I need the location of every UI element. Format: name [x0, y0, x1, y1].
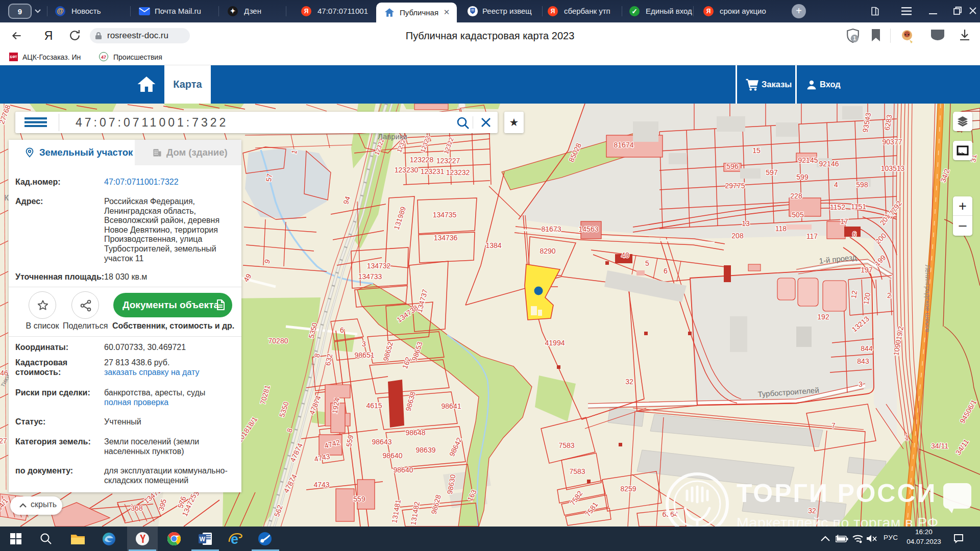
svg-text:208: 208 — [731, 232, 744, 240]
svg-text:134735: 134735 — [433, 211, 457, 219]
svg-text:123228: 123228 — [410, 156, 434, 164]
svg-text:134733: 134733 — [358, 272, 382, 281]
svg-text:134736: 134736 — [434, 234, 458, 242]
svg-text:1: 1 — [853, 35, 856, 41]
svg-text:123227: 123227 — [436, 157, 460, 165]
svg-text:92146: 92146 — [819, 160, 839, 168]
svg-text:3: 3 — [859, 380, 863, 388]
svg-text:1: 1 — [905, 434, 909, 442]
svg-text:14563: 14563 — [579, 225, 599, 233]
svg-text:368: 368 — [131, 504, 143, 512]
svg-text:41994: 41994 — [545, 339, 565, 347]
svg-text:57: 57 — [264, 173, 274, 182]
svg-text:117: 117 — [806, 232, 818, 240]
svg-text:597: 597 — [766, 168, 778, 177]
svg-text:40: 40 — [621, 251, 629, 259]
svg-text:90377: 90377 — [883, 138, 902, 146]
svg-text:70280: 70280 — [268, 337, 288, 345]
svg-text:92145: 92145 — [798, 156, 818, 164]
svg-text:123232: 123232 — [446, 168, 470, 177]
svg-text:2: 2 — [887, 291, 891, 299]
svg-text:4743: 4743 — [313, 481, 329, 489]
svg-text:228: 228 — [790, 192, 802, 200]
svg-text:123231: 123231 — [421, 167, 445, 176]
svg-text:103513: 103513 — [881, 164, 905, 172]
svg-text:505: 505 — [792, 211, 804, 219]
svg-text:118: 118 — [775, 224, 787, 233]
svg-text:1152: 1152 — [830, 203, 845, 211]
svg-text:81673: 81673 — [542, 225, 561, 233]
svg-text:98648: 98648 — [406, 429, 426, 437]
svg-text:5: 5 — [645, 259, 649, 267]
svg-text:34/11: 34/11 — [931, 442, 948, 450]
svg-text:598: 598 — [856, 181, 868, 189]
svg-text:W: W — [200, 536, 206, 543]
svg-text:6364: 6364 — [662, 510, 678, 518]
svg-text:192: 192 — [817, 313, 829, 321]
svg-text:98641: 98641 — [442, 402, 461, 410]
svg-text:Ленинградское шоссе: Ленинградское шоссе — [924, 265, 932, 332]
svg-text:1151: 1151 — [851, 203, 866, 211]
svg-text:6: 6 — [340, 326, 344, 334]
svg-text:29775: 29775 — [725, 182, 745, 190]
svg-text:98651: 98651 — [355, 351, 375, 359]
svg-text:8259: 8259 — [620, 485, 636, 493]
svg-text:12: 12 — [849, 290, 859, 299]
svg-text:7583: 7583 — [558, 441, 574, 449]
svg-text:81674: 81674 — [614, 141, 634, 149]
svg-text:559: 559 — [353, 495, 365, 503]
svg-text:3: 3 — [362, 340, 366, 348]
svg-text:599: 599 — [796, 173, 808, 181]
svg-text:123230: 123230 — [395, 166, 419, 174]
svg-text:596: 596 — [726, 162, 739, 170]
svg-text:844: 844 — [861, 344, 873, 353]
svg-text:98643: 98643 — [372, 438, 392, 446]
svg-text:843: 843 — [857, 357, 869, 365]
svg-text:17: 17 — [840, 217, 848, 226]
svg-text:4: 4 — [834, 181, 838, 189]
svg-text:134732: 134732 — [367, 262, 391, 270]
svg-text:197: 197 — [861, 266, 873, 274]
svg-text:98640: 98640 — [383, 452, 403, 460]
svg-text:98639: 98639 — [416, 446, 436, 454]
svg-text:98640: 98640 — [394, 466, 413, 474]
svg-text:6: 6 — [852, 230, 856, 238]
svg-text:7583: 7583 — [569, 467, 585, 475]
svg-text:1384: 1384 — [485, 241, 501, 249]
svg-text:6: 6 — [664, 267, 668, 275]
svg-text:Лаврики: Лаврики — [378, 132, 407, 141]
svg-text:32: 32 — [625, 378, 633, 386]
svg-text:7: 7 — [831, 421, 836, 430]
svg-text:13: 13 — [742, 219, 750, 228]
svg-text:32: 32 — [808, 507, 816, 515]
svg-text:27: 27 — [0, 437, 7, 445]
svg-text:8290: 8290 — [540, 247, 555, 255]
svg-text:15: 15 — [752, 146, 761, 155]
svg-text:4615: 4615 — [366, 402, 382, 410]
